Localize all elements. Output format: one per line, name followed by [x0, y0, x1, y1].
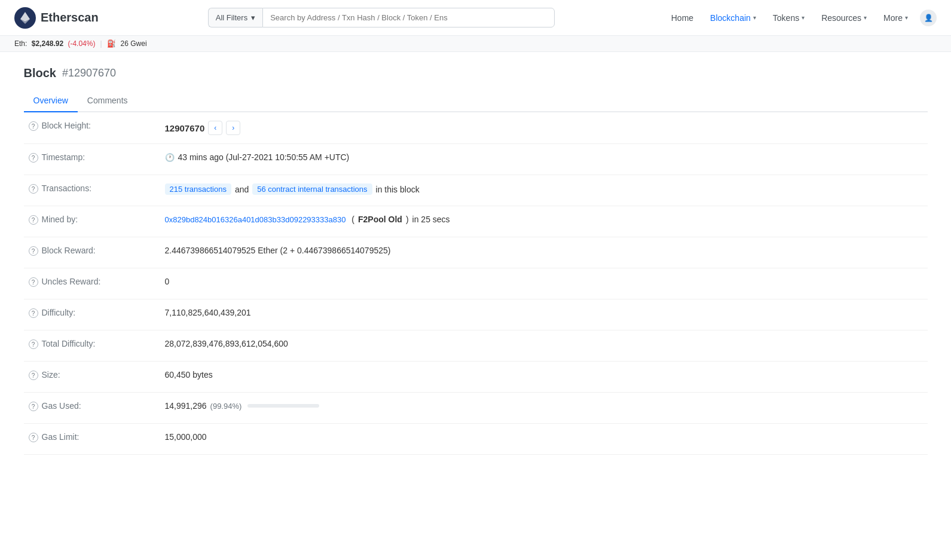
help-icon-transactions[interactable]: ? — [29, 184, 38, 194]
block-prev-button[interactable]: ‹ — [208, 121, 222, 135]
more-chevron-icon: ▾ — [905, 14, 908, 21]
value-transactions: 215 transactions and 56 contract interna… — [155, 175, 928, 203]
value-total-difficulty: 28,072,839,476,893,612,054,600 — [155, 331, 928, 357]
help-icon-mined-by[interactable]: ? — [29, 215, 38, 225]
label-gas-used: ? Gas Used: — [24, 393, 155, 420]
row-total-difficulty: ? Total Difficulty: 28,072,839,476,893,6… — [24, 331, 928, 362]
transactions-badge[interactable]: 215 transactions — [165, 183, 231, 195]
help-icon-timestamp[interactable]: ? — [29, 153, 38, 163]
label-timestamp: ? Timestamp: — [24, 144, 155, 171]
logo-text: Etherscan — [41, 11, 99, 25]
block-height-number: 12907670 — [165, 123, 205, 133]
detail-section: ? Block Height: 12907670 ‹ › ? Timestamp… — [24, 112, 928, 455]
help-icon-difficulty[interactable]: ? — [29, 308, 38, 318]
blockchain-chevron-icon: ▾ — [753, 14, 756, 21]
value-gas-used: 14,991,296 (99.94%) — [155, 393, 928, 419]
label-size: ? Size: — [24, 362, 155, 388]
value-difficulty: 7,110,825,640,439,201 — [155, 299, 928, 326]
label-uncles-reward: ? Uncles Reward: — [24, 268, 155, 295]
search-input[interactable] — [262, 8, 555, 27]
nav-more[interactable]: More ▾ — [876, 8, 915, 27]
help-icon-gas-used[interactable]: ? — [29, 402, 38, 411]
nav-blockchain[interactable]: Blockchain ▾ — [703, 8, 763, 27]
subheader: Eth: $2,248.92 (-4.04%) | ⛽ 26 Gwei — [0, 36, 951, 52]
pool-name: F2Pool Old — [358, 215, 402, 224]
clock-icon: 🕐 — [165, 153, 175, 162]
eth-label: Eth: $2,248.92 (-4.04%) — [14, 39, 95, 48]
value-mined-by: 0x829bd824b016326a401d083b33d092293333a8… — [155, 206, 928, 232]
help-icon-block-reward[interactable]: ? — [29, 246, 38, 256]
value-timestamp: 🕐 43 mins ago (Jul-27-2021 10:50:55 AM +… — [155, 144, 928, 170]
gas-used-progress-bar — [247, 404, 319, 408]
row-uncles-reward: ? Uncles Reward: 0 — [24, 268, 928, 299]
row-block-reward: ? Block Reward: 2.446739866514079525 Eth… — [24, 237, 928, 268]
nav-tokens[interactable]: Tokens ▾ — [766, 8, 812, 27]
label-gas-limit: ? Gas Limit: — [24, 424, 155, 451]
row-block-height: ? Block Height: 12907670 ‹ › — [24, 112, 928, 144]
label-total-difficulty: ? Total Difficulty: — [24, 331, 155, 357]
tokens-chevron-icon: ▾ — [802, 14, 805, 21]
value-gas-limit: 15,000,000 — [155, 424, 928, 450]
row-size: ? Size: 60,450 bytes — [24, 362, 928, 393]
help-icon-gas-limit[interactable]: ? — [29, 433, 38, 442]
gas-text: 26 Gwei — [121, 39, 147, 48]
search-area: All Filters ▾ — [208, 8, 555, 27]
subheader-divider: | — [100, 39, 102, 48]
row-mined-by: ? Mined by: 0x829bd824b016326a401d083b33… — [24, 206, 928, 237]
label-mined-by: ? Mined by: — [24, 206, 155, 233]
value-block-height: 12907670 ‹ › — [155, 112, 928, 143]
help-icon-uncles-reward[interactable]: ? — [29, 277, 38, 287]
label-block-reward: ? Block Reward: — [24, 237, 155, 264]
tab-overview[interactable]: Overview — [24, 90, 78, 112]
value-block-reward: 2.446739866514079525 Ether (2 + 0.446739… — [155, 237, 928, 264]
internal-transactions-badge[interactable]: 56 contract internal transactions — [252, 183, 372, 195]
value-uncles-reward: 0 — [155, 268, 928, 295]
label-difficulty: ? Difficulty: — [24, 299, 155, 326]
label-transactions: ? Transactions: — [24, 175, 155, 202]
tabs: Overview Comments — [24, 90, 928, 112]
label-block-height: ? Block Height: — [24, 112, 155, 139]
row-gas-limit: ? Gas Limit: 15,000,000 — [24, 424, 928, 455]
page-title-area: Block #12907670 — [24, 66, 928, 80]
page-title: Block — [24, 66, 56, 80]
value-size: 60,450 bytes — [155, 362, 928, 388]
help-icon-total-difficulty[interactable]: ? — [29, 339, 38, 349]
price-change: (-4.04%) — [68, 39, 95, 48]
gas-used-percent: (99.94%) — [210, 402, 242, 411]
nav-home[interactable]: Home — [664, 8, 701, 27]
filter-chevron-icon: ▾ — [251, 13, 255, 22]
miner-address-link[interactable]: 0x829bd824b016326a401d083b33d092293333a8… — [165, 215, 346, 224]
block-number: #12907670 — [62, 67, 116, 79]
row-transactions: ? Transactions: 215 transactions and 56 … — [24, 175, 928, 206]
filter-label: All Filters — [216, 13, 247, 22]
user-avatar[interactable]: 👤 — [920, 10, 937, 26]
row-gas-used: ? Gas Used: 14,991,296 (99.94%) — [24, 393, 928, 424]
row-difficulty: ? Difficulty: 7,110,825,640,439,201 — [24, 299, 928, 331]
gas-icon: ⛽ — [107, 39, 116, 48]
help-icon-block-height[interactable]: ? — [29, 121, 38, 131]
block-next-button[interactable]: › — [226, 121, 240, 135]
resources-chevron-icon: ▾ — [864, 14, 867, 21]
nav-resources[interactable]: Resources ▾ — [814, 8, 874, 27]
filter-dropdown[interactable]: All Filters ▾ — [208, 8, 262, 27]
help-icon-size[interactable]: ? — [29, 371, 38, 380]
row-timestamp: ? Timestamp: 🕐 43 mins ago (Jul-27-2021 … — [24, 144, 928, 175]
logo-icon — [14, 7, 36, 29]
tab-comments[interactable]: Comments — [78, 90, 137, 112]
main-nav: Home Blockchain ▾ Tokens ▾ Resources ▾ M… — [664, 8, 937, 27]
logo[interactable]: Etherscan — [14, 7, 99, 29]
